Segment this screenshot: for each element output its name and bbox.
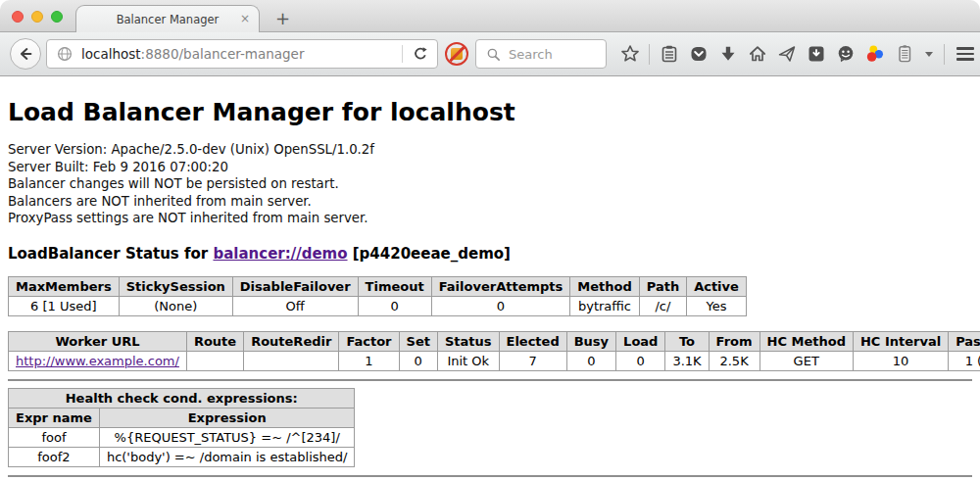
worker-table-data-row: http://www.example.com/ 1 0 Init Ok 7 0 … [9, 351, 980, 370]
proxypass-note-line: ProxyPass settings are NOT inherited fro… [8, 210, 972, 227]
minimize-window-button[interactable] [31, 11, 43, 23]
globe-icon [54, 44, 74, 65]
table-cell [186, 351, 243, 370]
table-header-cell: Status [437, 331, 499, 351]
search-bar [475, 39, 607, 69]
table-cell: foof [9, 427, 100, 447]
browser-window: Balancer Manager × + localhost:8880/bala… [0, 0, 980, 481]
plugin-blocked-icon[interactable] [445, 42, 468, 66]
send-tab-icon[interactable] [776, 44, 797, 65]
window-controls [12, 11, 63, 23]
url-bar[interactable]: localhost:8880/balancer-manager [46, 39, 438, 69]
table-cell [244, 351, 339, 370]
table-cell: bytraffic [570, 296, 639, 315]
url-text: localhost:8880/balancer-manager [81, 46, 395, 62]
save-to-device-icon[interactable] [806, 44, 826, 65]
home-icon[interactable] [747, 44, 767, 65]
balancer-demo-link[interactable]: balancer://demo [213, 245, 347, 263]
reading-list-icon[interactable] [659, 44, 679, 65]
tab-title: Balancer Manager [117, 13, 220, 26]
table-cell: 1 [339, 351, 399, 370]
browser-tab[interactable]: Balancer Manager × [75, 5, 260, 32]
table-cell: 1 (0) [949, 351, 980, 370]
server-info: Server Version: Apache/2.5.0-dev (Unix) … [8, 141, 972, 227]
table-header-cell: MaxMembers [9, 276, 120, 296]
table-cell: 10 [853, 351, 948, 370]
table-cell: 6 [1 Used] [9, 296, 120, 315]
new-tab-button[interactable]: + [275, 10, 290, 27]
back-arrow-icon [17, 45, 34, 63]
table-header-cell: FailoverAttempts [431, 276, 570, 296]
url-domain: localhost [81, 46, 141, 62]
balancers-note-line: Balancers are NOT inherited from main se… [8, 193, 972, 211]
table-header-cell: Passes [949, 331, 980, 351]
health-check-table: Health check cond. expressions: Expr nam… [8, 388, 355, 467]
back-button[interactable] [10, 38, 41, 70]
table-header-cell: Busy [566, 331, 615, 351]
worker-url-link[interactable]: http://www.example.com/ [16, 354, 179, 368]
search-icon [483, 44, 504, 65]
bookmark-star-icon[interactable] [619, 44, 640, 65]
health-table-header-row: Expr name Expression [9, 408, 355, 427]
table-header-cell: Expression [99, 408, 355, 427]
balancer-table-header-row: MaxMembers StickySession DisableFailover… [9, 276, 747, 296]
table-cell: 3.1K [665, 351, 709, 370]
server-version-line: Server Version: Apache/2.5.0-dev (Unix) … [8, 141, 972, 159]
table-cell: 7 [499, 351, 566, 370]
downloads-icon[interactable] [717, 44, 738, 65]
table-cell: GET [760, 351, 853, 370]
table-header-cell: From [709, 331, 760, 351]
table-header-cell: Worker URL [9, 331, 187, 351]
window-titlebar: Balancer Manager × + [0, 0, 980, 32]
loadbalancer-status-line: LoadBalancer Status for balancer://demo … [8, 245, 972, 263]
table-cell: Off [232, 296, 358, 315]
close-window-button[interactable] [12, 11, 24, 23]
table-cell: 0 [399, 351, 437, 370]
table-cell: (None) [119, 296, 232, 315]
persist-note-line: Balancer changes will NOT be persisted o… [8, 175, 972, 193]
table-header-cell: Load [616, 331, 665, 351]
menu-icon[interactable] [954, 44, 977, 65]
table-header-cell: Active [687, 276, 747, 296]
dropdown-caret-icon[interactable] [923, 44, 935, 65]
table-header-cell: Expr name [9, 408, 100, 427]
table-header-cell: StickySession [119, 276, 232, 296]
table-cell: http://www.example.com/ [9, 351, 187, 370]
separator [649, 44, 650, 65]
divider [8, 379, 972, 381]
table-cell: /c/ [639, 296, 686, 315]
page-content: Load Balancer Manager for localhost Serv… [0, 76, 980, 480]
table-header-cell: HC Method [760, 331, 853, 351]
table-cell: 0 [566, 351, 615, 370]
notes-list-icon[interactable] [894, 44, 914, 65]
table-header-cell: HC Interval [853, 331, 948, 351]
search-input[interactable] [509, 47, 602, 62]
colored-dots-extension-icon[interactable] [864, 44, 885, 65]
table-header-cell: Route [186, 331, 243, 351]
table-cell: foof2 [9, 447, 100, 466]
status-prefix: LoadBalancer Status for [8, 245, 213, 263]
close-tab-icon[interactable]: × [240, 13, 250, 24]
table-header-cell: Method [570, 276, 639, 296]
smiley-chat-icon[interactable] [835, 44, 856, 65]
table-header-cell: To [665, 331, 709, 351]
table-header-cell: Timeout [358, 276, 431, 296]
worker-table-header-row: Worker URL Route RouteRedir Factor Set S… [9, 331, 980, 351]
page-title: Load Balancer Manager for localhost [8, 98, 972, 126]
status-suffix: [p4420eeae_demo] [348, 245, 511, 263]
server-built-line: Server Built: Feb 9 2016 07:00:20 [8, 159, 972, 176]
zoom-window-button[interactable] [51, 11, 63, 23]
table-cell: Init Ok [437, 351, 499, 370]
table-cell: 0 [431, 296, 570, 315]
pocket-icon[interactable] [688, 44, 709, 65]
divider [8, 475, 972, 477]
balancer-table-data-row: 6 [1 Used] (None) Off 0 0 bytraffic /c/ … [9, 296, 747, 315]
health-table-data-row: foof2 hc('body') =~ /domain is establish… [9, 447, 355, 466]
table-header-cell: Set [399, 331, 437, 351]
reload-icon[interactable] [410, 44, 430, 65]
balancer-table: MaxMembers StickySession DisableFailover… [8, 276, 747, 316]
health-table-title-row: Health check cond. expressions: [9, 388, 355, 408]
health-table-title: Health check cond. expressions: [9, 388, 355, 408]
url-path: :8880/balancer-manager [141, 46, 305, 62]
table-header-cell: Path [639, 276, 686, 296]
